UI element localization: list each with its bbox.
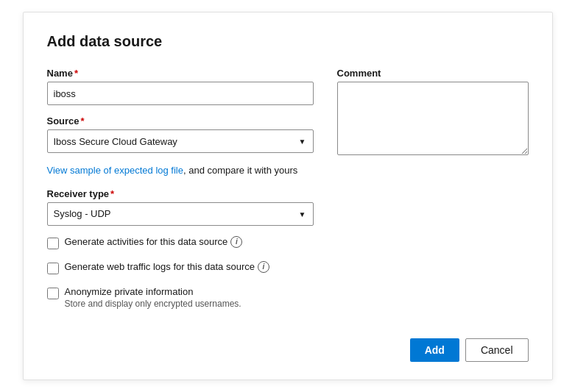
name-input[interactable] xyxy=(47,82,314,105)
name-group: Name* xyxy=(47,68,314,105)
generate-activities-checkbox[interactable] xyxy=(47,238,59,249)
checkbox1-group: Generate activities for this data source… xyxy=(47,236,314,249)
checkbox3-label-group: Anonymize private information Store and … xyxy=(65,286,241,309)
source-label: Source* xyxy=(47,115,314,126)
checkbox1-label: Generate activities for this data source… xyxy=(65,236,243,248)
form-layout: Name* Source* Iboss Secure Cloud Gateway… xyxy=(47,68,529,321)
checkbox2-info-icon[interactable]: i xyxy=(258,261,269,273)
generate-web-traffic-checkbox[interactable] xyxy=(47,263,59,274)
source-select-wrapper: Iboss Secure Cloud Gateway Other ▼ xyxy=(47,129,314,153)
checkbox3-sublabel: Store and display only encrypted usernam… xyxy=(65,299,241,309)
dialog-footer: Add Cancel xyxy=(47,338,529,362)
receiver-group: Receiver type* Syslog - UDP Syslog - TCP… xyxy=(47,188,314,226)
source-select[interactable]: Iboss Secure Cloud Gateway Other xyxy=(47,129,314,153)
checkbox3-label: Anonymize private information xyxy=(65,286,241,297)
dialog-title: Add data source xyxy=(47,33,529,50)
checkbox2-label-group: Generate web traffic logs for this data … xyxy=(65,261,269,273)
receiver-select-wrapper: Syslog - UDP Syslog - TCP FTP ▼ xyxy=(47,202,314,226)
anonymize-checkbox[interactable] xyxy=(47,288,59,299)
sample-link-description: View sample of expected log file, and co… xyxy=(47,163,314,178)
checkbox2-label: Generate web traffic logs for this data … xyxy=(65,261,269,273)
checkbox1-info-icon[interactable]: i xyxy=(230,236,242,248)
comment-textarea[interactable] xyxy=(337,82,529,155)
receiver-label: Receiver type* xyxy=(47,188,314,199)
form-left: Name* Source* Iboss Secure Cloud Gateway… xyxy=(47,68,314,321)
checkbox2-group: Generate web traffic logs for this data … xyxy=(47,261,314,274)
name-label: Name* xyxy=(47,68,314,79)
source-group: Source* Iboss Secure Cloud Gateway Other… xyxy=(47,115,314,153)
receiver-select[interactable]: Syslog - UDP Syslog - TCP FTP xyxy=(47,202,314,226)
comment-label: Comment xyxy=(337,68,529,79)
checkbox1-label-group: Generate activities for this data source… xyxy=(65,236,243,248)
add-button[interactable]: Add xyxy=(410,338,459,362)
add-data-source-dialog: Add data source Name* Source* Iboss Secu… xyxy=(23,12,553,380)
checkbox3-group: Anonymize private information Store and … xyxy=(47,286,314,309)
form-right: Comment xyxy=(337,68,529,321)
view-sample-link[interactable]: View sample of expected log file xyxy=(47,165,183,176)
cancel-button[interactable]: Cancel xyxy=(465,338,529,362)
